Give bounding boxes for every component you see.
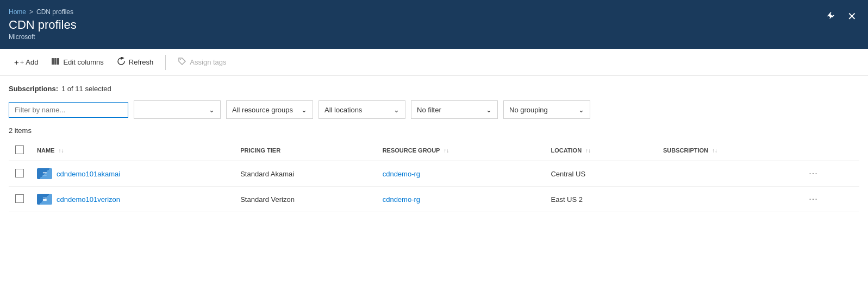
svg-marker-3 [121, 57, 123, 59]
location-filter-dropdown[interactable]: All locations ⌄ [319, 100, 405, 119]
pin-button[interactable] [822, 9, 838, 24]
row-name-cell-0: cdndemo101akamai [30, 161, 234, 187]
refresh-icon-svg [117, 57, 126, 66]
subscription-sort-icon: ↑↓ [712, 148, 717, 154]
pricing-tier-column-header[interactable]: PRICING TIER [234, 140, 376, 161]
row-subscription-cell-0 [657, 161, 799, 187]
grouping-label: No grouping [509, 106, 548, 114]
cdn-profiles-table: NAME ↑↓ PRICING TIER RESOURCE GROUP ↑↓ L… [9, 140, 859, 212]
breadcrumb-current: CDN profiles [36, 8, 73, 16]
row-pricing-tier-cell-1: Standard Verizon [234, 187, 376, 212]
subscriptions-bar: Subscriptions: 1 of 11 selected [9, 85, 859, 93]
page-subtitle: Microsoft [9, 33, 859, 41]
row-checkbox-0[interactable] [15, 169, 24, 177]
subscription-column-header[interactable]: SUBSCRIPTION ↑↓ [657, 140, 799, 161]
row-name-cell-1: cdndemo101verizon [30, 187, 234, 212]
table-row: cdndemo101akamai Standard Akamai cdndemo… [9, 161, 859, 187]
refresh-button[interactable]: Refresh [111, 54, 159, 71]
edit-columns-button[interactable]: Edit columns [46, 54, 109, 71]
svg-rect-2 [57, 58, 59, 65]
resource-link-0[interactable]: cdndemo101akamai [57, 170, 120, 178]
pin-icon [826, 12, 834, 21]
resource-link-1[interactable]: cdndemo101verizon [57, 195, 120, 204]
no-filter-dropdown-chevron: ⌄ [486, 106, 492, 114]
row-actions-cell-0[interactable]: ··· [799, 161, 859, 187]
name-sort-icon: ↑↓ [58, 148, 64, 154]
location-filter-label: All locations [324, 106, 362, 114]
location-column-header[interactable]: LOCATION ↑↓ [544, 140, 656, 161]
breadcrumb: Home > CDN profiles [9, 8, 859, 16]
resource-icon-0 [37, 168, 52, 179]
refresh-label: Refresh [129, 58, 154, 66]
row-checkbox-cell-1[interactable] [9, 187, 30, 212]
close-button[interactable]: ✕ [844, 9, 859, 24]
close-icon: ✕ [847, 10, 857, 23]
location-column-label: LOCATION [551, 147, 582, 154]
row-ellipsis-button-1[interactable]: ··· [805, 193, 821, 205]
row-checkbox-cell-0[interactable] [9, 161, 30, 187]
refresh-icon [117, 57, 126, 67]
row-resource-group-cell-1[interactable]: cdndemo-rg [376, 187, 545, 212]
assign-tags-label: Assign tags [190, 58, 226, 66]
name-column-header[interactable]: NAME ↑↓ [30, 140, 234, 161]
row-resource-group-cell-0[interactable]: cdndemo-rg [376, 161, 545, 187]
subscriptions-value: 1 of 11 selected [61, 85, 111, 93]
resource-group-filter-dropdown[interactable]: All resource groups ⌄ [226, 100, 313, 119]
resource-group-link-1[interactable]: cdndemo-rg [383, 195, 420, 204]
row-actions-cell-1[interactable]: ··· [799, 187, 859, 212]
breadcrumb-home[interactable]: Home [9, 8, 26, 16]
grouping-dropdown-chevron: ⌄ [578, 106, 584, 114]
location-dropdown-chevron: ⌄ [394, 106, 399, 114]
svg-point-4 [180, 59, 181, 60]
row-location-cell-1: East US 2 [544, 187, 656, 212]
actions-column-header [799, 140, 859, 161]
row-ellipsis-button-0[interactable]: ··· [805, 168, 821, 180]
table-header-row: NAME ↑↓ PRICING TIER RESOURCE GROUP ↑↓ L… [9, 140, 859, 161]
columns-icon-svg [51, 57, 60, 66]
row-location-cell-0: Central US [544, 161, 656, 187]
toolbar: + + Add Edit columns Refresh [0, 49, 868, 76]
name-column-label: NAME [37, 147, 54, 154]
toolbar-divider [165, 55, 166, 70]
edit-columns-icon [51, 57, 60, 67]
assign-tags-button[interactable]: Assign tags [172, 54, 232, 71]
resource-group-dropdown-chevron: ⌄ [301, 106, 307, 114]
resource-group-column-label: RESOURCE GROUP [383, 147, 440, 154]
filter-by-name-input[interactable] [9, 102, 128, 118]
select-all-header[interactable] [9, 140, 30, 161]
resource-group-filter-label: All resource groups [232, 106, 293, 114]
subscription-column-label: SUBSCRIPTION [663, 147, 708, 154]
select-all-checkbox[interactable] [15, 145, 24, 154]
subscription-filter-dropdown[interactable]: ⌄ [134, 100, 221, 119]
row-subscription-cell-1 [657, 187, 799, 212]
pricing-tier-column-label: PRICING TIER [240, 147, 280, 154]
content-area: Subscriptions: 1 of 11 selected ⌄ All re… [0, 76, 868, 292]
row-checkbox-1[interactable] [15, 194, 24, 203]
svg-rect-0 [52, 58, 54, 65]
grouping-dropdown[interactable]: No grouping ⌄ [503, 100, 590, 119]
resource-group-sort-icon: ↑↓ [444, 148, 449, 154]
location-sort-icon: ↑↓ [585, 148, 591, 154]
subscription-dropdown-chevron: ⌄ [209, 106, 215, 114]
assign-tags-icon [178, 57, 186, 67]
resource-icon-1 [37, 194, 52, 205]
page-header: Home > CDN profiles CDN profiles Microso… [0, 0, 868, 49]
add-button[interactable]: + + Add [9, 54, 43, 70]
resource-group-column-header[interactable]: RESOURCE GROUP ↑↓ [376, 140, 545, 161]
breadcrumb-separator: > [29, 8, 33, 16]
no-filter-label: No filter [417, 106, 441, 114]
no-filter-dropdown[interactable]: No filter ⌄ [411, 100, 498, 119]
svg-rect-1 [54, 58, 57, 65]
subscriptions-label: Subscriptions: [9, 85, 58, 93]
edit-columns-label: Edit columns [63, 58, 103, 66]
page-title: CDN profiles [9, 18, 859, 32]
filters-row: ⌄ All resource groups ⌄ All locations ⌄ … [9, 100, 859, 119]
items-count: 2 items [9, 126, 859, 135]
row-pricing-tier-cell-0: Standard Akamai [234, 161, 376, 187]
resource-group-link-0[interactable]: cdndemo-rg [383, 170, 420, 178]
header-actions: ✕ [822, 9, 859, 24]
add-label: + Add [20, 58, 39, 66]
table-row: cdndemo101verizon Standard Verizon cdnde… [9, 187, 859, 212]
tag-icon-svg [178, 57, 186, 66]
add-icon: + [14, 58, 19, 67]
